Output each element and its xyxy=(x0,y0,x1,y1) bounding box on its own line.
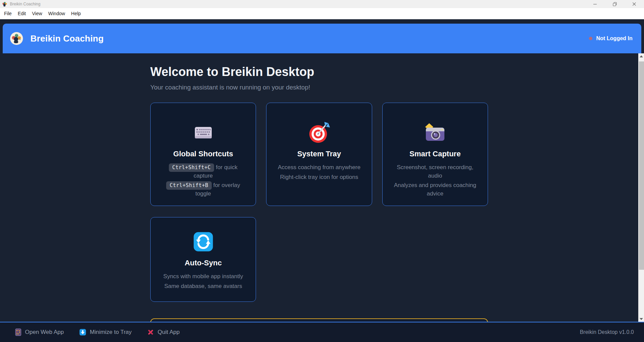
tray-down-icon xyxy=(79,329,86,336)
abacus-icon xyxy=(15,328,21,336)
status-dot-icon xyxy=(589,37,592,40)
minimize-to-tray-button[interactable]: Minimize to Tray xyxy=(79,329,132,336)
card-line: Access coaching from anywhere xyxy=(275,163,363,172)
login-status-badge: Not Logged In xyxy=(589,35,633,42)
kbd-chip: Ctrl+Shift+B xyxy=(166,181,211,190)
card-body: Screenshot, screen recording, audio Anal… xyxy=(391,163,480,198)
quit-app-label: Quit App xyxy=(158,329,180,336)
app-version-text: Breikin Desktop v1.0.0 xyxy=(580,329,634,335)
close-button[interactable] xyxy=(624,0,644,8)
target-dart-icon xyxy=(308,122,330,144)
arrow-down-icon xyxy=(640,318,643,320)
card-body: Access coaching from anywhere Right-clic… xyxy=(275,163,363,181)
keyboard-icon xyxy=(195,126,212,139)
scroll-down-button[interactable] xyxy=(638,316,644,322)
app-icon xyxy=(2,1,7,7)
kbd-chip: Ctrl+Shift+C xyxy=(169,163,214,172)
window-titlebar: Breikin Coaching xyxy=(0,0,644,8)
card-title: System Tray xyxy=(275,150,363,158)
amber-panel-partial xyxy=(150,318,488,322)
card-line: Right-click tray icon for options xyxy=(275,173,363,182)
card-smart-capture: Smart Capture Screenshot, screen recordi… xyxy=(382,103,488,206)
menu-file[interactable]: File xyxy=(1,8,15,19)
window-title: Breikin Coaching xyxy=(10,2,41,6)
minimize-to-tray-label: Minimize to Tray xyxy=(90,329,132,336)
card-title: Smart Capture xyxy=(391,150,480,158)
card-line: Screenshot, screen recording, audio xyxy=(391,163,480,180)
menubar: File Edit View Window Help xyxy=(0,8,644,19)
content-row: Welcome to Breikin Desktop Your coaching… xyxy=(0,53,644,322)
minimize-button[interactable] xyxy=(585,0,605,8)
coaching-faces-logo xyxy=(10,32,23,45)
card-body: Ctrl+Shift+C for quick capture Ctrl+Shif… xyxy=(159,163,248,198)
open-web-app-label: Open Web App xyxy=(25,329,64,336)
app-title: Breikin Coaching xyxy=(30,33,104,44)
login-status-text: Not Logged In xyxy=(596,35,633,42)
card-line: Analyzes and provides coaching advice xyxy=(391,181,480,198)
feature-cards-grid: Global Shortcuts Ctrl+Shift+C for quick … xyxy=(150,103,488,302)
card-line: Same database, same avatars xyxy=(159,282,248,291)
card-line: Syncs with mobile app instantly xyxy=(159,272,248,281)
card-global-shortcuts: Global Shortcuts Ctrl+Shift+C for quick … xyxy=(150,103,256,206)
camera-flash-icon xyxy=(424,123,446,142)
menu-help[interactable]: Help xyxy=(68,8,84,19)
card-body: Syncs with mobile app instantly Same dat… xyxy=(159,272,248,290)
restore-icon xyxy=(613,2,617,6)
sync-arrows-icon xyxy=(194,232,213,252)
window-controls xyxy=(585,0,644,8)
vertical-scrollbar[interactable] xyxy=(638,53,644,322)
quit-x-icon xyxy=(147,329,154,336)
page-subtitle: Your coaching assistant is now running o… xyxy=(150,84,488,91)
page-title: Welcome to Breikin Desktop xyxy=(150,65,488,79)
app-header: Breikin Coaching Not Logged In xyxy=(3,24,641,53)
menu-view[interactable]: View xyxy=(29,8,45,19)
app-footer: Open Web App Minimize to Tray Quit App B… xyxy=(0,322,644,342)
card-title: Auto-Sync xyxy=(159,259,248,267)
app-shell: Breikin Coaching Not Logged In Welcome t… xyxy=(0,19,644,342)
card-auto-sync: Auto-Sync Syncs with mobile app instantl… xyxy=(150,217,256,302)
minimize-icon xyxy=(593,2,597,6)
card-title: Global Shortcuts xyxy=(159,150,248,158)
open-web-app-button[interactable]: Open Web App xyxy=(15,328,64,336)
card-system-tray: System Tray Access coaching from anywher… xyxy=(266,103,372,206)
main-scroll-area: Welcome to Breikin Desktop Your coaching… xyxy=(0,53,638,322)
maximize-restore-button[interactable] xyxy=(605,0,624,8)
menu-edit[interactable]: Edit xyxy=(15,8,29,19)
close-icon xyxy=(632,2,636,6)
scrollbar-thumb[interactable] xyxy=(639,61,644,270)
menu-window[interactable]: Window xyxy=(45,8,68,19)
scroll-up-button[interactable] xyxy=(638,53,644,59)
arrow-up-icon xyxy=(640,55,643,57)
quit-app-button[interactable]: Quit App xyxy=(147,329,180,336)
